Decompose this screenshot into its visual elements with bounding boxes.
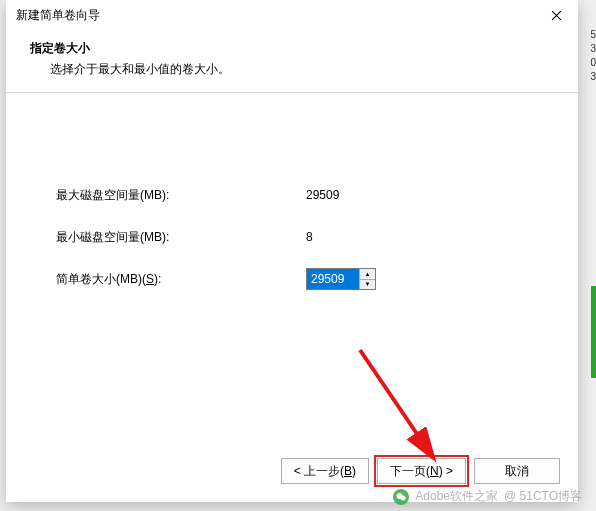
next-button[interactable]: 下一页(N) >	[377, 458, 466, 484]
back-button[interactable]: < 上一步(B)	[281, 458, 369, 484]
volume-size-label: 简单卷大小(MB)(S):	[56, 271, 306, 288]
background-green-bar	[591, 286, 596, 378]
volume-size-input[interactable]: 29509	[307, 269, 359, 289]
spinner-down[interactable]: ▼	[360, 279, 375, 290]
svg-point-2	[401, 495, 406, 500]
header-title: 指定卷大小	[30, 40, 560, 57]
spinner-up[interactable]: ▲	[360, 269, 375, 279]
max-space-value: 29509	[306, 188, 339, 202]
min-space-label: 最小磁盘空间量(MB):	[56, 229, 306, 246]
row-volume-size: 简单卷大小(MB)(S): 29509 ▲ ▼	[56, 267, 528, 291]
titlebar: 新建简单卷向导	[6, 0, 578, 30]
max-space-label: 最大磁盘空间量(MB):	[56, 187, 306, 204]
wizard-header: 指定卷大小 选择介于最大和最小值的卷大小。	[6, 30, 578, 93]
min-space-value: 8	[306, 230, 313, 244]
spinner-buttons: ▲ ▼	[359, 269, 375, 289]
wizard-footer: < 上一步(B) 下一页(N) > 取消	[281, 458, 560, 484]
wechat-icon	[393, 489, 409, 505]
wizard-dialog: 新建简单卷向导 指定卷大小 选择介于最大和最小值的卷大小。 最大磁盘空间量(MB…	[6, 0, 578, 502]
wizard-content: 最大磁盘空间量(MB): 29509 最小磁盘空间量(MB): 8 简单卷大小(…	[6, 93, 578, 329]
dialog-title: 新建简单卷向导	[16, 7, 100, 24]
header-subtitle: 选择介于最大和最小值的卷大小。	[30, 61, 560, 78]
background-numbers: 5 3 0 3	[588, 28, 596, 86]
close-button[interactable]	[534, 0, 578, 30]
watermark: Adobe软件之家 @ 51CTO博客	[393, 488, 582, 505]
watermark-text-left: Adobe软件之家	[415, 488, 498, 505]
row-max-space: 最大磁盘空间量(MB): 29509	[56, 183, 528, 207]
watermark-text-right: @ 51CTO博客	[504, 488, 582, 505]
row-min-space: 最小磁盘空间量(MB): 8	[56, 225, 528, 249]
cancel-button[interactable]: 取消	[474, 458, 560, 484]
close-icon	[551, 10, 562, 21]
volume-size-spinner: 29509 ▲ ▼	[306, 268, 376, 290]
